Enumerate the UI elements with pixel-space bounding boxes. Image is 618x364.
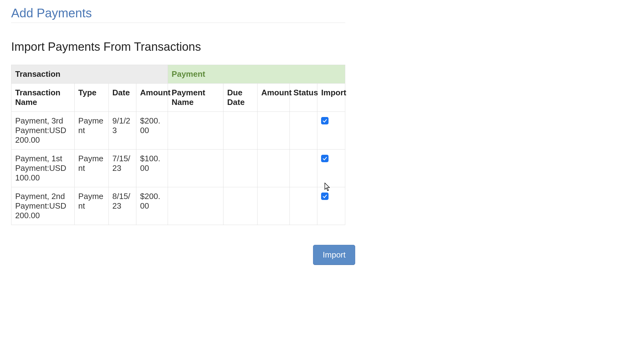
- cell-status: [289, 150, 317, 187]
- col-type: Type: [74, 84, 108, 112]
- cell-type: Payment: [74, 187, 108, 225]
- col-amount: Amount: [136, 84, 168, 112]
- cell-amount: $200.00: [136, 112, 168, 150]
- cell-type: Payment: [74, 150, 108, 187]
- cell-status: [289, 112, 317, 150]
- cell-payment-amount: [257, 150, 289, 187]
- page-title: Add Payments: [11, 6, 345, 23]
- cell-payment-amount: [257, 112, 289, 150]
- col-payment-amount: Amount: [257, 84, 289, 112]
- col-date: Date: [108, 84, 136, 112]
- checkbox-checked-icon: [322, 118, 328, 124]
- cell-import: [317, 187, 345, 225]
- cell-import: [317, 150, 345, 187]
- cell-due-date: [223, 187, 257, 225]
- cell-payment-name: [168, 112, 223, 150]
- import-checkbox[interactable]: [321, 117, 329, 124]
- col-status: Status: [289, 84, 317, 112]
- table-row: Payment, 1st Payment:USD 100.00 Payment …: [11, 150, 345, 187]
- checkbox-checked-icon: [322, 156, 328, 161]
- col-due-date: Due Date: [223, 84, 257, 112]
- cell-status: [289, 187, 317, 225]
- import-button[interactable]: Import: [313, 245, 355, 265]
- group-header-transaction: Transaction: [11, 65, 168, 84]
- import-checkbox[interactable]: [321, 193, 329, 200]
- group-header-payment: Payment: [168, 65, 345, 84]
- col-transaction-name: Transaction Name: [11, 84, 75, 112]
- payments-table: Transaction Payment Transaction Name Typ…: [11, 65, 345, 225]
- cell-amount: $200.00: [136, 187, 168, 225]
- table-row: Payment, 2nd Payment:USD 200.00 Payment …: [11, 187, 345, 225]
- cell-amount: $100.00: [136, 150, 168, 187]
- cell-transaction-name: Payment, 2nd Payment:USD 200.00: [11, 187, 75, 225]
- cell-import: [317, 112, 345, 150]
- checkbox-checked-icon: [322, 193, 328, 199]
- import-checkbox[interactable]: [321, 155, 329, 162]
- cell-type: Payment: [74, 112, 108, 150]
- section-title: Import Payments From Transactions: [11, 40, 607, 54]
- cell-payment-name: [168, 150, 223, 187]
- col-payment-name: Payment Name: [168, 84, 223, 112]
- cell-payment-name: [168, 187, 223, 225]
- table-row: Payment, 3rd Payment:USD 200.00 Payment …: [11, 112, 345, 150]
- cell-transaction-name: Payment, 1st Payment:USD 100.00: [11, 150, 75, 187]
- cell-due-date: [223, 112, 257, 150]
- cell-due-date: [223, 150, 257, 187]
- col-import: Import: [317, 84, 345, 112]
- cell-transaction-name: Payment, 3rd Payment:USD 200.00: [11, 112, 75, 150]
- cell-date: 9/1/23: [108, 112, 136, 150]
- cell-date: 7/15/23: [108, 150, 136, 187]
- cell-date: 8/15/23: [108, 187, 136, 225]
- cell-payment-amount: [257, 187, 289, 225]
